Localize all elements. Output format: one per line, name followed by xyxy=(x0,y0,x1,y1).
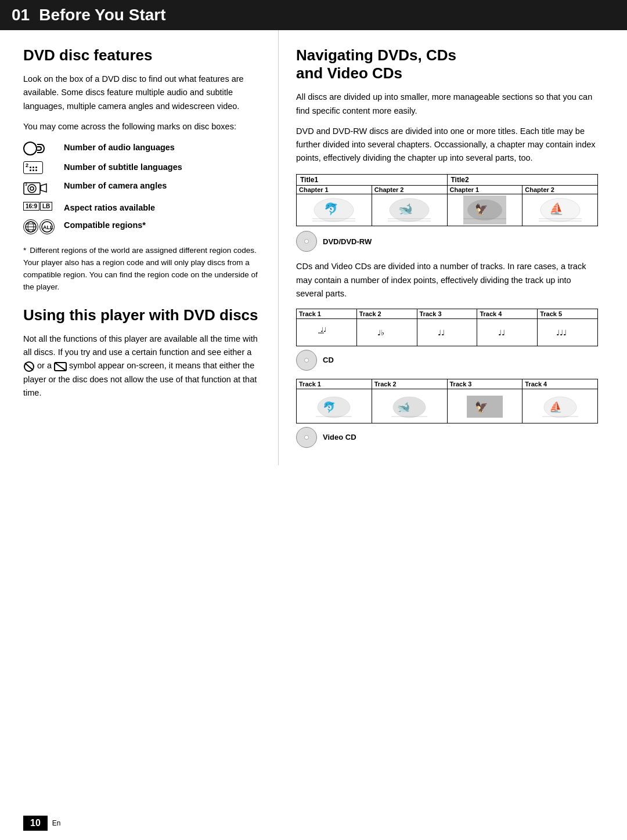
chapter2-img: 🐋 xyxy=(372,194,447,226)
title1-group: Title1 Chapter 1 🐬 xyxy=(297,175,448,226)
svg-text:3: 3 xyxy=(25,182,27,186)
svg-text:🦅: 🦅 xyxy=(475,401,488,414)
dvd-diagram: Title1 Chapter 1 🐬 xyxy=(296,174,598,252)
svg-line-15 xyxy=(55,363,66,371)
svg-point-1 xyxy=(28,184,36,193)
title1-label: Title1 xyxy=(297,175,447,186)
cd-track5-img: ♩♩♩ xyxy=(538,319,597,346)
title2-chapters: Chapter 1 🦅 Chapter xyxy=(448,186,598,226)
region-footnote: *Different regions of the world are assi… xyxy=(23,245,261,294)
footnote-text: Different regions of the world are assig… xyxy=(23,246,258,291)
title2-label: Title2 xyxy=(448,175,598,186)
feature-subtitle-languages: 2 Number of subtitle languages xyxy=(23,161,261,174)
feature-aspect-ratios: 16:9 LB Aspect ratios available xyxy=(23,202,261,213)
region-globe-1 xyxy=(23,219,38,234)
dvd-player-body: Not all the functions of this player are… xyxy=(23,332,261,400)
aspect-169: 16:9 xyxy=(23,202,39,211)
cd-track-images: ♩♩ ♩♭ ♩♩ ♩♩ xyxy=(297,319,597,346)
feature-regions: ALL Compatible regions* xyxy=(23,219,261,234)
dvd-disc xyxy=(296,231,317,252)
cd-track4-header: Track 4 xyxy=(477,309,538,318)
cd-disc-label: CD xyxy=(323,356,334,364)
chapter-number: 01 xyxy=(12,6,30,24)
cd-track2-header: Track 2 xyxy=(357,309,417,318)
vcd-track4-header: Track 4 xyxy=(522,379,597,389)
chapter2-cell: Chapter 2 🐋 xyxy=(372,186,447,226)
dvd-titles-container: Title1 Chapter 1 🐬 xyxy=(296,174,598,226)
main-content: DVD disc features Look on the box of a D… xyxy=(0,30,627,465)
region-icon: ALL xyxy=(23,219,58,234)
vcd-track1-header: Track 1 xyxy=(297,379,372,389)
vcd-track2-header: Track 2 xyxy=(372,379,448,389)
dvd-features-title: DVD disc features xyxy=(23,46,261,64)
svg-text:⛵: ⛵ xyxy=(549,202,564,216)
page-header: 01 Before You Start xyxy=(0,0,627,30)
dvd-features-intro1: Look on the box of a DVD disc to find ou… xyxy=(23,73,261,113)
cd-disc xyxy=(296,350,317,371)
right-column: Navigating DVDs, CDsand Video CDs All di… xyxy=(279,30,615,465)
camera-angles-label: Number of camera angles xyxy=(64,180,167,191)
cd-disc-row: CD xyxy=(296,350,598,371)
vcd-track2-img: 🐋 xyxy=(372,389,448,423)
audio-icon xyxy=(23,142,58,155)
cd-track1-img: ♩♩ xyxy=(297,319,357,346)
camera-angles-svg: 3 xyxy=(23,180,48,196)
dvd-player-title: Using this player with DVD discs xyxy=(23,306,261,324)
dvd-player-section: Using this player with DVD discs Not all… xyxy=(23,306,261,400)
vcd-tracks-container: Track 1 Track 2 Track 3 Track 4 🐬 xyxy=(296,379,598,423)
vcd-disc-label: Video CD xyxy=(323,433,356,441)
dvd-disc-features-section: DVD disc features Look on the box of a D… xyxy=(23,46,261,294)
chapter3-cell: Chapter 1 🦅 xyxy=(448,186,523,226)
feature-list: Number of audio languages 2 Number of xyxy=(23,142,261,234)
nav-para3: CDs and Video CDs are divided into a num… xyxy=(296,260,598,300)
vcd-diagram: Track 1 Track 2 Track 3 Track 4 🐬 xyxy=(296,379,598,448)
svg-text:🦅: 🦅 xyxy=(475,203,488,216)
chapter3-header: Chapter 1 xyxy=(448,186,522,194)
chapter1-cell: Chapter 1 🐬 xyxy=(297,186,372,226)
nav-dvds-title: Navigating DVDs, CDsand Video CDs xyxy=(296,46,598,82)
vcd-track3-img: 🦅 xyxy=(448,389,523,423)
chapter4-img: ⛵ xyxy=(522,194,597,226)
regions-label: Compatible regions* xyxy=(64,219,146,231)
nav-para1: All discs are divided up into smaller, m… xyxy=(296,90,598,117)
svg-text:🐬: 🐬 xyxy=(323,401,336,414)
cd-track1-header: Track 1 xyxy=(297,309,357,318)
chapter1-header: Chapter 1 xyxy=(297,186,372,194)
aspect-icon: 16:9 LB xyxy=(23,202,58,211)
cd-track3-img: ♩♩ xyxy=(417,319,478,346)
chapter2-header: Chapter 2 xyxy=(372,186,447,194)
cd-diagram: Track 1 Track 2 Track 3 Track 4 Track 5 … xyxy=(296,309,598,371)
cd-track2-img: ♩♭ xyxy=(357,319,417,346)
aspect-ratios-label: Aspect ratios available xyxy=(64,202,155,213)
svg-text:♩♭: ♩♭ xyxy=(377,328,384,337)
subtitle-languages-label: Number of subtitle languages xyxy=(64,161,182,173)
chapter1-img: 🐬 xyxy=(297,194,372,226)
svg-marker-3 xyxy=(41,184,46,192)
svg-text:🐋: 🐋 xyxy=(397,401,410,414)
vcd-track4-img: ⛵ xyxy=(522,389,597,423)
svg-point-2 xyxy=(30,187,34,190)
no-symbol-2 xyxy=(54,361,67,372)
cd-disc-hole xyxy=(304,358,309,363)
nav-para2: DVD and DVD-RW discs are divided into on… xyxy=(296,125,598,165)
camera-icon: 3 xyxy=(23,180,58,196)
vcd-track1-img: 🐬 xyxy=(297,389,372,423)
page-number: 10 xyxy=(23,816,48,831)
dvd-disc-label: DVD/DVD-RW xyxy=(323,237,372,246)
subtitle-icon: 2 xyxy=(23,161,58,174)
svg-text:🐋: 🐋 xyxy=(398,202,413,216)
audio-languages-label: Number of audio languages xyxy=(64,142,175,153)
vcd-track-images: 🐬 🐋 🦅 xyxy=(297,389,597,423)
feature-camera-angles: 3 Number of camera angles xyxy=(23,180,261,196)
disc-hole xyxy=(304,239,309,244)
cd-tracks-container: Track 1 Track 2 Track 3 Track 4 Track 5 … xyxy=(296,309,598,346)
no-symbol-1 xyxy=(23,361,35,372)
dvd-disc-row: DVD/DVD-RW xyxy=(296,231,598,252)
svg-text:🐬: 🐬 xyxy=(324,202,338,216)
vcd-disc-hole xyxy=(304,435,309,440)
chapter3-img: 🦅 xyxy=(448,194,522,226)
page-footer: 10 En xyxy=(0,816,627,831)
cd-track5-header: Track 5 xyxy=(538,309,597,318)
title2-group: Title2 Chapter 1 🦅 xyxy=(448,175,598,226)
svg-line-13 xyxy=(25,363,33,370)
